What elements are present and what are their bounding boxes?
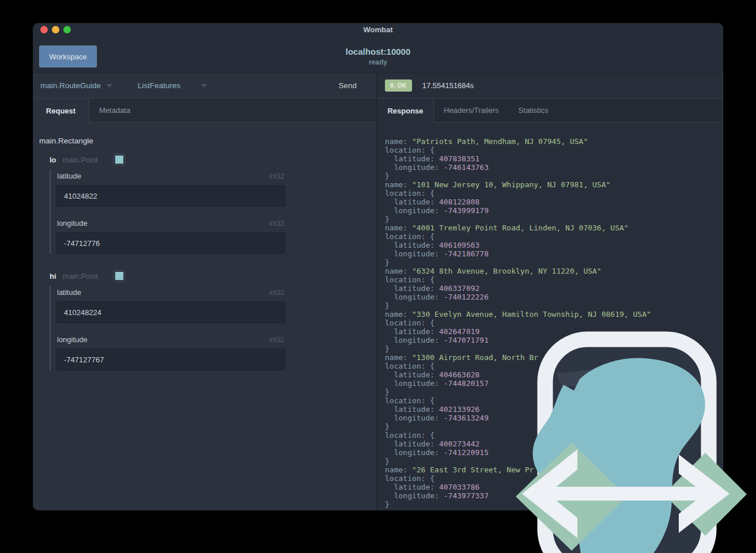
response-token: } xyxy=(385,215,390,224)
response-line: } xyxy=(385,422,722,431)
response-token: name: xyxy=(385,267,412,275)
field-type: int32 xyxy=(269,336,284,344)
field-input-longitude[interactable] xyxy=(56,349,285,370)
response-line: latitude: 400273442 xyxy=(385,440,722,448)
response-line: longitude: -746143763 xyxy=(385,163,722,172)
response-token: location: { xyxy=(385,232,434,241)
response-line: location: { xyxy=(385,319,722,327)
response-token: -741220915 xyxy=(444,448,489,457)
response-line: name: "4001 Tremley Point Road, Linden, … xyxy=(385,224,722,232)
response-token: name: xyxy=(385,137,412,146)
app-title: Wombat xyxy=(33,25,723,34)
response-token: latitude: xyxy=(385,440,439,448)
response-token: location: { xyxy=(385,319,434,327)
chevron-down-icon xyxy=(201,84,207,88)
response-token: longitude: xyxy=(385,249,444,258)
field-label: latitude xyxy=(57,288,81,297)
response-token: name: xyxy=(385,224,412,232)
group-field-type: main.Point xyxy=(63,156,103,164)
response-token: location: { xyxy=(385,189,434,198)
tab-response[interactable]: Response xyxy=(377,99,434,123)
duration-label: 17.554151684s xyxy=(422,81,474,90)
response-token: location: { xyxy=(385,474,434,483)
form-field: longitudeint32 xyxy=(56,217,376,254)
response-token: name: xyxy=(385,465,412,474)
field-input-longitude[interactable] xyxy=(56,232,285,254)
field-checkbox[interactable] xyxy=(113,270,126,282)
response-token: } xyxy=(385,500,390,509)
response-token: location: { xyxy=(385,396,434,405)
response-line: longitude: -744820157 xyxy=(385,379,722,388)
tab-headers-trailers[interactable]: Headers/Trailers xyxy=(434,99,509,122)
field-type: int32 xyxy=(269,219,284,228)
response-token: 402647019 xyxy=(439,327,479,336)
response-token: } xyxy=(385,388,390,396)
response-token: 406337092 xyxy=(439,284,479,293)
field-checkbox[interactable] xyxy=(113,153,126,166)
group-body: latitudeint32longitudeint32 xyxy=(50,286,376,370)
response-line: } xyxy=(385,258,722,267)
titlebar: Wombat Workspace localhost:10000 ready xyxy=(33,23,723,73)
response-token: location: { xyxy=(385,362,434,370)
response-line: } xyxy=(385,344,722,353)
tab-request[interactable]: Request xyxy=(33,99,89,123)
response-token: location: { xyxy=(385,146,434,154)
response-line: latitude: 407838351 xyxy=(385,154,722,163)
send-button[interactable]: Send xyxy=(338,81,357,90)
response-token: } xyxy=(385,344,390,353)
screen: Wombat Workspace localhost:10000 ready m… xyxy=(0,0,756,553)
response-toolbar: 0: OK 17.554151684s xyxy=(377,73,722,99)
response-token: latitude: xyxy=(385,370,439,379)
group-field-name: hi xyxy=(50,272,56,281)
response-token: latitude: xyxy=(385,405,439,414)
response-line: } xyxy=(385,457,722,465)
request-toolbar: main.RouteGuide ListFeatures Send xyxy=(33,73,376,99)
response-line: name: "26 East 3rd Street, New Pr xyxy=(385,465,722,474)
response-line: location: { xyxy=(385,275,722,284)
field-label-row: longitudeint32 xyxy=(56,217,285,228)
form-field: latitudeint32 xyxy=(56,286,376,323)
response-tabbar-rest: Headers/Trailers Statistics xyxy=(434,99,722,123)
response-line: location: { xyxy=(385,189,722,198)
response-token: } xyxy=(385,301,390,310)
response-token: "1300 Airport Road, North Br xyxy=(412,353,538,362)
checkbox-fill xyxy=(115,272,123,280)
response-token: 402133926 xyxy=(439,405,479,414)
response-line: } xyxy=(385,301,722,310)
field-input-latitude[interactable] xyxy=(56,301,285,323)
request-panel: main.RouteGuide ListFeatures Send Reques… xyxy=(33,73,377,510)
response-token: longitude: xyxy=(385,163,444,172)
response-line: latitude: 406109563 xyxy=(385,241,722,249)
response-tabbar: Response Headers/Trailers Statistics xyxy=(377,99,722,123)
connection-state: ready xyxy=(33,58,723,66)
response-line: longitude: -743999179 xyxy=(385,206,722,215)
response-token: -747071791 xyxy=(444,336,489,344)
response-line: latitude: 406337092 xyxy=(385,284,722,293)
checkbox-fill xyxy=(115,156,123,164)
response-line: longitude: -743613249 xyxy=(385,414,722,422)
response-line: latitude: 408122808 xyxy=(385,198,722,206)
response-token: location: { xyxy=(385,431,434,440)
response-output[interactable]: name: "Patriots Path, Mendham, NJ 07945,… xyxy=(377,123,722,510)
response-line: longitude: -742186778 xyxy=(385,249,722,258)
response-line: longitude: -741220915 xyxy=(385,448,722,457)
field-label-row: latitudeint32 xyxy=(56,286,285,297)
response-token: "101 New Jersey 10, Whippany, NJ 07981, … xyxy=(412,180,610,189)
tab-statistics[interactable]: Statistics xyxy=(509,99,558,122)
response-token: longitude: xyxy=(385,414,444,422)
service-selector[interactable]: main.RouteGuide xyxy=(40,81,112,90)
method-selector[interactable]: ListFeatures xyxy=(138,81,207,90)
tab-metadata[interactable]: Metadata xyxy=(89,99,140,122)
form-groups: lomain.Pointlatitudeint32longitudeint32h… xyxy=(39,153,376,370)
response-token: -746143763 xyxy=(444,163,489,172)
form-group: himain.Pointlatitudeint32longitudeint32 xyxy=(50,270,376,370)
response-token: longitude: xyxy=(385,379,444,388)
group-field-type: main.Point xyxy=(63,272,103,281)
field-input-latitude[interactable] xyxy=(56,185,285,207)
response-token: 408122808 xyxy=(439,198,479,206)
main-panels: main.RouteGuide ListFeatures Send Reques… xyxy=(33,73,723,510)
response-token: } xyxy=(385,457,390,465)
response-token: "26 East 3rd Street, New Pr xyxy=(412,465,534,474)
field-label: latitude xyxy=(57,172,81,180)
response-line: } xyxy=(385,500,722,509)
